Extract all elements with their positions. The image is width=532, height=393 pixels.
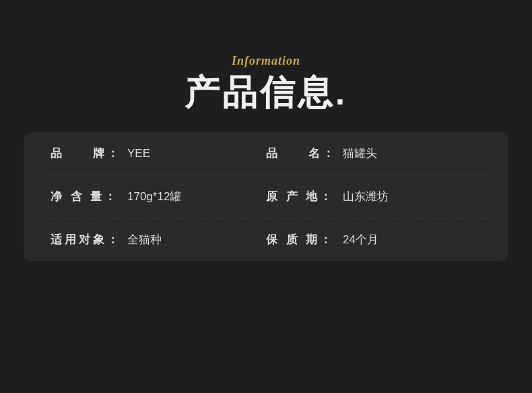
info-item-origin: 原 产 地： 山东潍坊	[266, 189, 481, 204]
weight-label: 净 含 量：	[51, 189, 125, 204]
weight-value: 170g*12罐	[127, 189, 181, 204]
info-row-1: 净 含 量： 170g*12罐 原 产 地： 山东潍坊	[44, 175, 488, 218]
info-subtitle: Information	[185, 54, 347, 68]
info-title: 产品信息.	[185, 73, 347, 112]
info-item-shelf: 保 质 期： 24个月	[266, 232, 481, 247]
name-label: 品 名：	[266, 146, 340, 161]
shelf-label: 保 质 期：	[266, 232, 340, 247]
brand-value: YEE	[127, 147, 150, 160]
info-row-0: 品 牌： YEE 品 名： 猫罐头	[44, 132, 488, 175]
info-card: 品 牌： YEE 品 名： 猫罐头 净 含 量： 170g*12罐 原 产 地：…	[24, 132, 508, 261]
header-section: Information 产品信息.	[185, 54, 347, 112]
target-value: 全猫种	[127, 232, 162, 247]
name-value: 猫罐头	[343, 146, 377, 161]
brand-label: 品 牌：	[51, 146, 125, 161]
info-item-brand: 品 牌： YEE	[51, 146, 266, 161]
origin-label: 原 产 地：	[266, 189, 340, 204]
info-row-2: 适用对象： 全猫种 保 质 期： 24个月	[44, 218, 488, 261]
shelf-value: 24个月	[343, 232, 378, 247]
info-item-weight: 净 含 量： 170g*12罐	[51, 189, 266, 204]
info-item-target: 适用对象： 全猫种	[51, 232, 266, 247]
target-label: 适用对象：	[51, 232, 125, 247]
origin-value: 山东潍坊	[343, 189, 389, 204]
info-item-name: 品 名： 猫罐头	[266, 146, 481, 161]
